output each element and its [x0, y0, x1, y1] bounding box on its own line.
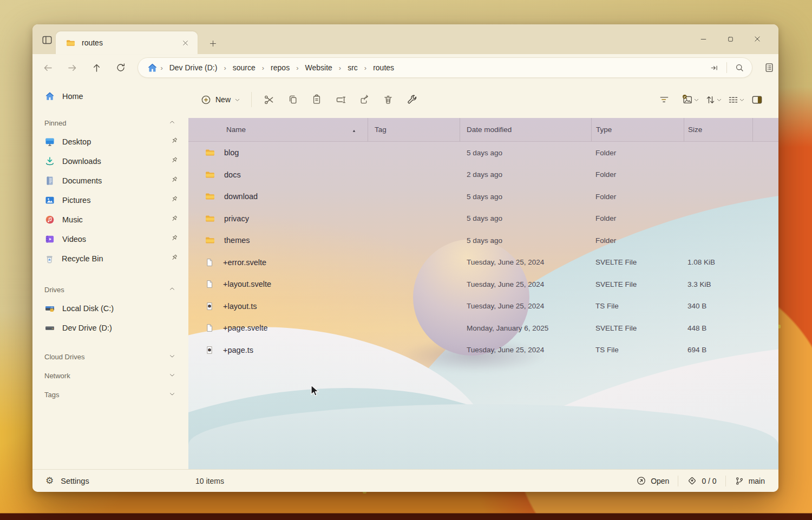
sidebar-item-music[interactable]: Music: [37, 210, 184, 229]
section-label: Cloud Drives: [44, 353, 84, 361]
sidebar-item-label: Dev Drive (D:): [62, 324, 179, 332]
pin-icon[interactable]: [170, 175, 179, 186]
sidebar-item-label: Downloads: [62, 157, 170, 166]
chevron-down-icon: [716, 97, 722, 103]
pin-icon[interactable]: [170, 253, 179, 264]
file-row-docs[interactable]: docs 2 days ago Folder: [188, 164, 778, 186]
sidebar-toggle-icon[interactable]: [39, 32, 55, 48]
sidebar-item-dev-drive-d[interactable]: Dev Drive (D:): [37, 318, 184, 338]
go-to-end-icon[interactable]: [706, 60, 722, 75]
sidebar-section-pinned[interactable]: Pinned: [32, 114, 188, 132]
column-header-tag[interactable]: Tag: [368, 118, 460, 141]
breadcrumb-segment-website[interactable]: Website: [300, 61, 336, 74]
sort-ascending-icon: [351, 127, 357, 135]
file-row-page-svelte[interactable]: +page.svelte Monday, January 6, 2025 SVE…: [188, 317, 778, 339]
share-icon[interactable]: [354, 90, 375, 109]
pin-icon[interactable]: [170, 136, 179, 147]
file-row-error-svelte[interactable]: +error.svelte Tuesday, June 25, 2024 SVE…: [188, 252, 778, 274]
file-row-blog[interactable]: blog 5 days ago Folder: [188, 142, 778, 164]
breadcrumb-segment-src[interactable]: src: [343, 61, 362, 74]
layout-view-toggle[interactable]: [728, 94, 745, 106]
pin-icon[interactable]: [170, 156, 179, 167]
tab-close-icon[interactable]: [178, 36, 192, 50]
column-header-type[interactable]: Type: [591, 118, 684, 141]
chevron-down-icon: [739, 97, 745, 103]
back-button[interactable]: [39, 59, 57, 76]
new-button[interactable]: New: [195, 90, 246, 109]
file-browser-pane: Name Tag Date modified Type Size blog: [188, 118, 778, 469]
preview-pane-toggle-icon[interactable]: [746, 90, 767, 109]
delete-icon[interactable]: [378, 90, 398, 109]
sidebar-item-local-disk-c[interactable]: Local Disk (C:): [37, 299, 184, 318]
gear-icon: ⚙: [45, 476, 54, 485]
column-header-name[interactable]: Name: [188, 118, 368, 141]
navigation-row: › Dev Drive (D:) › source › repos › Webs…: [32, 54, 778, 81]
sidebar-item-label: Home: [62, 92, 179, 101]
breadcrumb-chevron-icon: ›: [362, 64, 369, 72]
desktop-wallpaper: routes › D: [0, 0, 812, 520]
cut-icon[interactable]: [259, 90, 279, 109]
up-button[interactable]: [88, 59, 106, 76]
videos-icon: [44, 234, 55, 245]
forward-button[interactable]: [63, 59, 82, 76]
file-row-themes[interactable]: themes 5 days ago Folder: [188, 229, 778, 252]
file-row-layout-svelte[interactable]: +layout.svelte Tuesday, June 25, 2024 SV…: [188, 273, 778, 295]
tab-strip: routes: [32, 24, 778, 54]
close-button[interactable]: [744, 29, 771, 49]
sidebar-section-cloud-drives[interactable]: Cloud Drives: [32, 347, 188, 366]
file-row-download[interactable]: download 5 days ago Folder: [188, 186, 778, 208]
column-header-size[interactable]: Size: [684, 118, 752, 141]
tab-routes[interactable]: routes: [56, 31, 198, 54]
search-icon[interactable]: [731, 60, 748, 75]
sidebar-item-desktop[interactable]: Desktop: [37, 132, 184, 152]
file-row-privacy[interactable]: privacy 5 days ago Folder: [188, 208, 778, 230]
sidebar-item-videos[interactable]: Videos: [37, 229, 184, 249]
git-branch-button[interactable]: main: [730, 473, 770, 489]
open-button[interactable]: Open: [631, 473, 674, 489]
address-bar[interactable]: › Dev Drive (D:) › source › repos › Webs…: [137, 57, 752, 78]
file-row-layout-ts[interactable]: +layout.ts Tuesday, June 25, 2024 TS Fil…: [188, 295, 778, 318]
home-icon[interactable]: [147, 62, 158, 74]
new-tab-button[interactable]: [206, 36, 220, 50]
column-header-date-modified[interactable]: Date modified: [460, 118, 591, 141]
file-details-icon[interactable]: [760, 59, 778, 76]
rename-icon[interactable]: [330, 90, 351, 109]
pin-icon[interactable]: [170, 214, 179, 225]
sidebar-item-label: Desktop: [62, 137, 170, 146]
sidebar-item-documents[interactable]: Documents: [37, 171, 184, 190]
sidebar-section-drives[interactable]: Drives: [32, 280, 188, 299]
refresh-button[interactable]: [112, 59, 130, 76]
open-circle-arrow-icon: [636, 476, 646, 486]
file-row-page-ts[interactable]: +page.ts Tuesday, June 25, 2024 TS File …: [188, 339, 778, 361]
thumbnail-toggle[interactable]: [682, 94, 699, 106]
breadcrumb-segment-routes[interactable]: routes: [369, 61, 398, 74]
filter-icon[interactable]: [654, 90, 675, 109]
image-preview-icon: [682, 94, 693, 106]
address-bar-actions: [706, 60, 748, 75]
chevron-down-icon: [169, 391, 175, 399]
paste-icon[interactable]: [306, 90, 327, 109]
sidebar-section-tags[interactable]: Tags: [32, 385, 188, 404]
sidebar-item-downloads[interactable]: Downloads: [37, 152, 184, 171]
breadcrumb: › Dev Drive (D:) › source › repos › Webs…: [158, 61, 706, 74]
sidebar-item-recycle-bin[interactable]: Recycle Bin: [37, 249, 184, 268]
column-header-spacer: [752, 118, 778, 141]
pin-icon[interactable]: [170, 195, 179, 206]
copy-icon[interactable]: [283, 90, 303, 109]
tools-wrench-icon[interactable]: [402, 90, 422, 109]
sort-toggle[interactable]: [705, 94, 722, 106]
maximize-button[interactable]: [717, 29, 744, 49]
sidebar-item-pictures[interactable]: Pictures: [37, 190, 184, 210]
breadcrumb-segment-repos[interactable]: repos: [266, 61, 294, 74]
status-center-button[interactable]: 0 / 0: [682, 473, 721, 489]
sidebar-section-network[interactable]: Network: [32, 366, 188, 385]
status-divider: [725, 476, 726, 486]
pin-icon[interactable]: [170, 234, 179, 245]
git-branch-icon: [735, 476, 744, 486]
content-area: New: [188, 81, 778, 469]
breadcrumb-segment-source[interactable]: source: [228, 61, 260, 74]
sidebar-item-home[interactable]: Home: [37, 87, 184, 106]
settings-button[interactable]: ⚙ Settings: [32, 476, 188, 485]
minimize-button[interactable]: [690, 29, 717, 49]
breadcrumb-segment-dev-drive[interactable]: Dev Drive (D:): [165, 61, 222, 74]
